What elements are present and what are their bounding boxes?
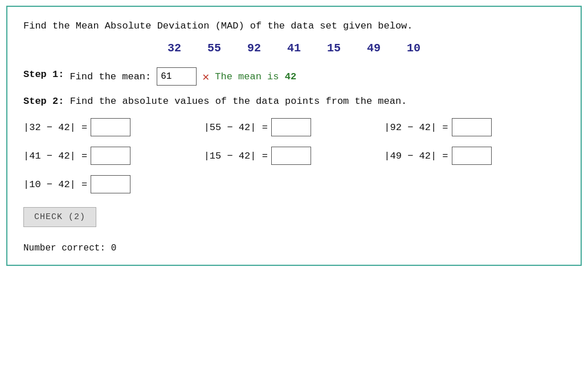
abs-input-1[interactable] (271, 118, 311, 136)
abs-item-4: |15 − 42| = (204, 147, 385, 165)
step2-label: Step 2: (23, 96, 64, 107)
abs-input-4[interactable] (271, 147, 311, 165)
abs-input-3[interactable] (91, 147, 130, 165)
abs-input-0[interactable] (91, 118, 130, 136)
hint-prefix: The mean is (215, 71, 284, 82)
abs-item-1: |55 − 42| = (204, 118, 385, 136)
x-mark-icon: ✕ (202, 70, 209, 84)
check-button[interactable]: CHECK (2) (23, 207, 96, 227)
data-values-row: 32 55 92 41 15 49 10 (23, 42, 565, 55)
number-correct: Number correct: 0 (23, 243, 565, 253)
data-val-0: 32 (166, 42, 183, 55)
data-val-5: 49 (365, 42, 382, 55)
data-val-3: 41 (285, 42, 303, 55)
abs-expr-5: |49 − 42| = (384, 151, 448, 161)
abs-expr-2: |92 − 42| = (384, 122, 448, 133)
step1-text: Find the mean: (70, 71, 151, 82)
abs-input-5[interactable] (452, 147, 492, 165)
abs-expr-1: |55 − 42| = (204, 122, 268, 133)
step1-label: Step 1: (23, 69, 64, 80)
instructions-text: Find the Mean Absolute Deviation (MAD) o… (23, 21, 565, 31)
hint-text: The mean is 42 (215, 71, 296, 82)
abs-input-2[interactable] (452, 118, 492, 136)
abs-item-3: |41 − 42| = (23, 147, 204, 165)
data-val-4: 15 (325, 42, 342, 55)
step2-text: Find the absolute values of the data poi… (70, 96, 407, 107)
abs-expr-3: |41 − 42| = (23, 151, 87, 161)
mean-input[interactable] (157, 67, 197, 86)
step1-row: Step 1: Find the mean: ✕ The mean is 42 (23, 67, 565, 86)
abs-item-6: |10 − 42| = (23, 175, 204, 193)
abs-expr-0: |32 − 42| = (23, 122, 87, 133)
abs-item-5: |49 − 42| = (384, 147, 565, 165)
abs-expr-4: |15 − 42| = (204, 151, 268, 161)
abs-input-6[interactable] (91, 175, 130, 193)
abs-item-0: |32 − 42| = (23, 118, 204, 136)
data-val-2: 92 (246, 42, 263, 55)
data-val-1: 55 (206, 42, 223, 55)
mean-value: 42 (285, 71, 296, 82)
abs-grid: |32 − 42| = |55 − 42| = |92 − 42| = |41 … (23, 118, 565, 193)
abs-expr-6: |10 − 42| = (23, 179, 87, 190)
step2-desc: Step 2: Find the absolute values of the … (23, 96, 565, 107)
main-container: Find the Mean Absolute Deviation (MAD) o… (6, 6, 582, 266)
abs-item-2: |92 − 42| = (384, 118, 565, 136)
data-val-6: 10 (405, 42, 422, 55)
